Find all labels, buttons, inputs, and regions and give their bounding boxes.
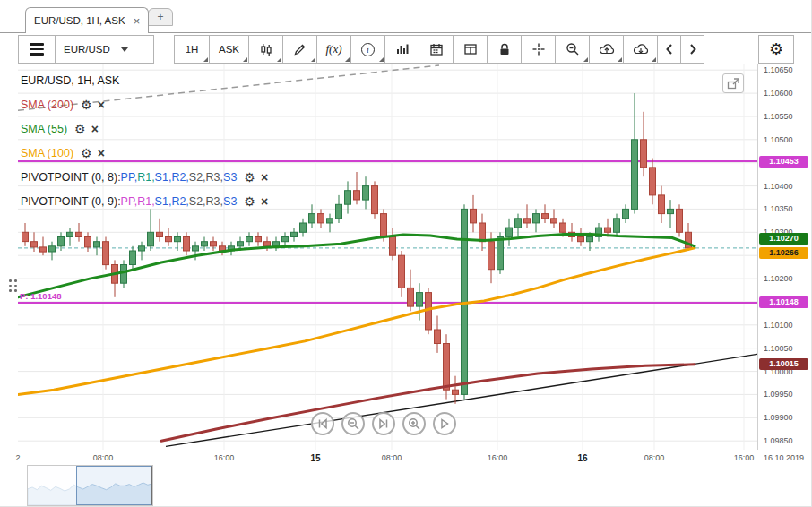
candle-body bbox=[130, 251, 136, 265]
trading-platform-window: EUR/USD, 1H, ASK × + EUR/USD 1H ASK bbox=[0, 0, 812, 507]
candle-body bbox=[497, 237, 504, 270]
zoom-out-button[interactable] bbox=[341, 412, 365, 435]
instrument-label: EUR/USD bbox=[64, 44, 110, 55]
candle-body bbox=[211, 242, 217, 246]
tab-close-icon[interactable]: × bbox=[134, 15, 141, 27]
price-tick-label: 1.09850 bbox=[764, 436, 793, 445]
candlestick-icon bbox=[258, 41, 274, 57]
pivot-level-label: R3, bbox=[206, 171, 223, 184]
splitter-grip[interactable] bbox=[9, 279, 18, 292]
indicator-remove-icon[interactable]: × bbox=[91, 122, 99, 136]
gear-icon: ⚙ bbox=[769, 39, 783, 59]
overview-navigator[interactable] bbox=[27, 465, 153, 506]
price-axis[interactable]: 1.106501.106001.105501.105001.104501.104… bbox=[757, 64, 812, 450]
candle-body bbox=[435, 330, 441, 344]
time-tick-label: 08:00 bbox=[644, 453, 665, 462]
price-badge: 1.10148 bbox=[759, 296, 808, 308]
indicator-settings-icon[interactable]: ⚙ bbox=[81, 98, 92, 112]
popout-button[interactable] bbox=[722, 73, 744, 93]
candle-body bbox=[255, 237, 262, 242]
time-tick-label: 16:00 bbox=[214, 453, 235, 462]
pivot-level-label: R1, bbox=[137, 171, 154, 184]
candle-body bbox=[471, 209, 477, 223]
candle-body bbox=[453, 390, 459, 394]
statistics-button[interactable] bbox=[385, 35, 419, 64]
fx-icon: f(x) bbox=[325, 42, 341, 56]
sma-55-line[interactable] bbox=[18, 234, 695, 296]
legend-pivot-row: PIVOTPOINT (0, 9) : PP, R1, S1, R2, S2, … bbox=[21, 189, 268, 213]
indicator-remove-icon[interactable]: × bbox=[261, 194, 268, 209]
go-to-latest-button[interactable] bbox=[372, 412, 395, 435]
price-badge: 1.10453 bbox=[759, 156, 808, 168]
settings-button[interactable]: ⚙ bbox=[758, 35, 794, 64]
candle-body bbox=[309, 214, 315, 223]
period-select[interactable]: 1H bbox=[174, 35, 210, 64]
calendar-icon bbox=[428, 41, 445, 57]
info-button[interactable]: i bbox=[351, 35, 385, 64]
candle-body bbox=[238, 242, 244, 246]
sma-100-line[interactable] bbox=[18, 248, 695, 395]
zoom-button[interactable] bbox=[556, 35, 590, 64]
price-badge: 1.10015 bbox=[759, 358, 808, 370]
calendar-button[interactable] bbox=[419, 35, 454, 64]
indicator-settings-icon[interactable]: ⚙ bbox=[244, 194, 255, 209]
candle-body bbox=[121, 265, 127, 284]
indicator-settings-icon[interactable]: ⚙ bbox=[244, 170, 255, 185]
side-select[interactable]: ASK bbox=[210, 35, 249, 64]
chart-type-button[interactable] bbox=[249, 35, 283, 64]
cloud-download-button[interactable] bbox=[624, 35, 658, 64]
legend-indicator-row: SMA (200)⚙× bbox=[21, 92, 268, 116]
navigator-viewport[interactable] bbox=[76, 466, 152, 505]
candle-body bbox=[417, 293, 423, 307]
candle-body bbox=[300, 223, 307, 232]
indicator-remove-icon[interactable]: × bbox=[261, 170, 268, 185]
cloud-upload-button[interactable] bbox=[590, 35, 624, 64]
candle-body bbox=[363, 186, 369, 201]
scroll-left-button[interactable] bbox=[658, 35, 681, 64]
new-tab-button[interactable]: + bbox=[148, 8, 173, 26]
candle-body bbox=[157, 232, 163, 236]
go-to-start-icon bbox=[315, 417, 330, 431]
candle-body bbox=[336, 204, 342, 219]
candle-body bbox=[372, 186, 378, 214]
candle-body bbox=[623, 209, 629, 218]
zoom-in-button[interactable] bbox=[402, 412, 426, 435]
go-to-start-button[interactable] bbox=[311, 412, 334, 435]
workspace-button[interactable] bbox=[454, 35, 488, 64]
menu-button[interactable] bbox=[18, 35, 56, 64]
crosshair-button[interactable] bbox=[522, 35, 556, 64]
candle-body bbox=[632, 140, 638, 210]
instrument-group: EUR/USD bbox=[18, 35, 154, 64]
go-to-latest-icon bbox=[376, 417, 391, 431]
indicators-button[interactable]: f(x) bbox=[317, 35, 351, 64]
candle-body bbox=[40, 247, 47, 252]
indicator-remove-icon[interactable]: × bbox=[98, 98, 105, 112]
pivot-level-label: S2, bbox=[189, 195, 206, 208]
price-tick-label: 1.10200 bbox=[764, 274, 793, 283]
legend-title: EUR/USD, 1H, ASK bbox=[21, 68, 268, 92]
dropdown-corner-icon bbox=[618, 57, 622, 62]
candle-body bbox=[390, 237, 396, 256]
time-tick-label: 08:00 bbox=[382, 453, 402, 462]
candle-body bbox=[58, 237, 65, 246]
indicator-settings-icon[interactable]: ⚙ bbox=[74, 122, 86, 136]
indicator-remove-icon[interactable]: × bbox=[98, 146, 105, 160]
play-button[interactable] bbox=[433, 412, 456, 435]
candle-body bbox=[354, 191, 360, 200]
lock-button[interactable] bbox=[488, 35, 522, 64]
chart-tab[interactable]: EUR/USD, 1H, ASK × bbox=[25, 7, 149, 33]
instrument-select[interactable]: EUR/USD bbox=[56, 35, 154, 64]
scroll-right-button[interactable] bbox=[681, 35, 704, 64]
candle-body bbox=[264, 242, 271, 246]
chart-legend: EUR/USD, 1H, ASKSMA (200)⚙×SMA (55)⚙×SMA… bbox=[21, 68, 268, 213]
candle-body bbox=[166, 237, 172, 242]
candle-body bbox=[605, 228, 611, 232]
pivot-label: PIVOTPOINT (0, 9) bbox=[21, 195, 117, 208]
indicator-label: SMA (100) bbox=[21, 147, 73, 159]
draw-tools-button[interactable] bbox=[283, 35, 317, 64]
indicator-settings-icon[interactable]: ⚙ bbox=[81, 146, 92, 160]
candle-body bbox=[291, 232, 298, 236]
candle-body bbox=[587, 237, 593, 242]
lock-icon bbox=[497, 41, 513, 57]
time-axis[interactable]: 16.10.2019 208:0016:001508:0016:001608:0… bbox=[18, 451, 812, 464]
